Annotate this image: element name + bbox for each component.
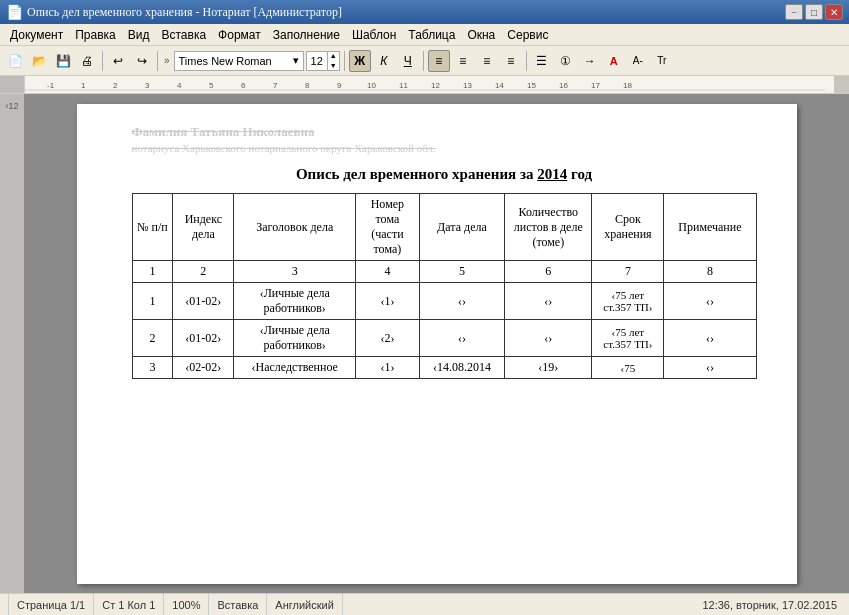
title-text-suffix: год [567,166,592,182]
underline-button[interactable]: Ч [397,50,419,72]
maximize-button[interactable]: □ [805,4,823,20]
th-num-n7: 7 [592,261,664,283]
th-num-n6: 6 [505,261,592,283]
title-bar-controls[interactable]: − □ ✕ [785,4,843,20]
svg-text:12: 12 [431,81,440,90]
row2-sheets: ‹› [505,320,592,357]
th-num-n5: 5 [419,261,504,283]
numlist-button[interactable]: ① [555,50,577,72]
table-row: 1 ‹01-02› ‹Личные дела работников› ‹1› ‹… [132,283,756,320]
menu-bar: Документ Правка Вид Вставка Формат Запол… [0,24,849,46]
row3-term: ‹75 [592,357,664,379]
menu-service[interactable]: Сервис [501,27,554,43]
main-area: ‹12 Фамилия Татьяна Николаевна нотариуса… [0,94,849,593]
status-bar: Страница 1/1 Ст 1 Кол 1 100% Вставка Анг… [0,593,849,615]
align-center-button[interactable]: ≡ [452,50,474,72]
blurred-title: нотариуса Харьковского нотариального окр… [132,142,757,154]
svg-text:15: 15 [527,81,536,90]
row1-num: 1 [132,283,173,320]
row3-title: ‹Наследственное [234,357,356,379]
th-tome: Номер тома (части тома) [356,194,420,261]
separator3 [344,51,345,71]
title-bar-left: 📄 Опись дел временного хранения - Нотари… [6,4,342,21]
svg-text:14: 14 [495,81,504,90]
align-right-button[interactable]: ≡ [476,50,498,72]
open-button[interactable]: 📂 [28,50,50,72]
save-button[interactable]: 💾 [52,50,74,72]
th-num-n1: 1 [132,261,173,283]
row3-date: ‹14.08.2014 [419,357,504,379]
th-date: Дата дела [419,194,504,261]
row1-tome: ‹1› [356,283,420,320]
document-area[interactable]: Фамилия Татьяна Николаевна нотариуса Хар… [24,94,849,593]
page: Фамилия Татьяна Николаевна нотариуса Хар… [77,104,797,584]
title-year: 2014 [537,166,567,182]
font-size-reduce-button[interactable]: A- [627,50,649,72]
menu-windows[interactable]: Окна [461,27,501,43]
row2-note: ‹› [664,320,756,357]
table-header-nums-row: 1 2 3 4 5 6 7 8 [132,261,756,283]
svg-text:9: 9 [337,81,342,90]
menu-insert[interactable]: Вставка [156,27,213,43]
menu-edit[interactable]: Правка [69,27,122,43]
svg-text:-1: -1 [47,81,55,90]
row1-title: ‹Личные дела работников› [234,283,356,320]
menu-template[interactable]: Шаблон [346,27,402,43]
menu-table[interactable]: Таблица [402,27,461,43]
status-zoom: 100% [164,594,209,615]
bold-button[interactable]: Ж [349,50,371,72]
status-page: Страница 1/1 [8,594,94,615]
separator5 [526,51,527,71]
font-color-button[interactable]: A [603,50,625,72]
redo-button[interactable]: ↪ [131,50,153,72]
menu-format[interactable]: Формат [212,27,267,43]
th-term: Срок хранения [592,194,664,261]
title-bar: 📄 Опись дел временного хранения - Нотари… [0,0,849,24]
row3-index: ‹02-02› [173,357,234,379]
expand-icon: » [162,55,172,66]
font-size-selector[interactable]: 12 ▲ ▼ [306,51,340,71]
separator4 [423,51,424,71]
row1-note: ‹› [664,283,756,320]
italic-button[interactable]: К [373,50,395,72]
th-num-n4: 4 [356,261,420,283]
table-header-row: № п/п Индекс дела Заголовок дела Номер т… [132,194,756,261]
row3-sheets: ‹19› [505,357,592,379]
th-num-n2: 2 [173,261,234,283]
row2-num: 2 [132,320,173,357]
menu-fill[interactable]: Заполнение [267,27,346,43]
row2-title: ‹Личные дела работников› [234,320,356,357]
align-left-button[interactable]: ≡ [428,50,450,72]
svg-text:18: 18 [623,81,632,90]
svg-text:4: 4 [177,81,182,90]
font-name-selector[interactable]: Times New Roman ▾ [174,51,304,71]
close-button[interactable]: ✕ [825,4,843,20]
th-num-n3: 3 [234,261,356,283]
svg-text:2: 2 [113,81,118,90]
separator2 [157,51,158,71]
row3-note: ‹› [664,357,756,379]
font-size-down[interactable]: ▼ [328,61,339,71]
ruler-left-margin [0,76,25,93]
align-justify-button[interactable]: ≡ [500,50,522,72]
list-button[interactable]: ☰ [531,50,553,72]
minimize-button[interactable]: − [785,4,803,20]
row1-index: ‹01-02› [173,283,234,320]
menu-view[interactable]: Вид [122,27,156,43]
table-row: 2 ‹01-02› ‹Личные дела работников› ‹2› ‹… [132,320,756,357]
document-title: Опись дел временного хранения за 2014 го… [132,166,757,183]
doc-header-blurred: Фамилия Татьяна Николаевна нотариуса Хар… [132,124,757,154]
status-lang: Английский [267,594,343,615]
font-size-up[interactable]: ▲ [328,51,339,61]
undo-button[interactable]: ↩ [107,50,129,72]
row3-num: 3 [132,357,173,379]
menu-document[interactable]: Документ [4,27,69,43]
svg-text:13: 13 [463,81,472,90]
new-button[interactable]: 📄 [4,50,26,72]
font-name-dropdown-icon: ▾ [293,54,299,67]
print-button[interactable]: 🖨 [76,50,98,72]
status-cursor: Ст 1 Кол 1 [94,594,164,615]
indent-button[interactable]: → [579,50,601,72]
blurred-name: Фамилия Татьяна Николаевна [132,124,757,140]
more-button[interactable]: Tr [651,50,673,72]
